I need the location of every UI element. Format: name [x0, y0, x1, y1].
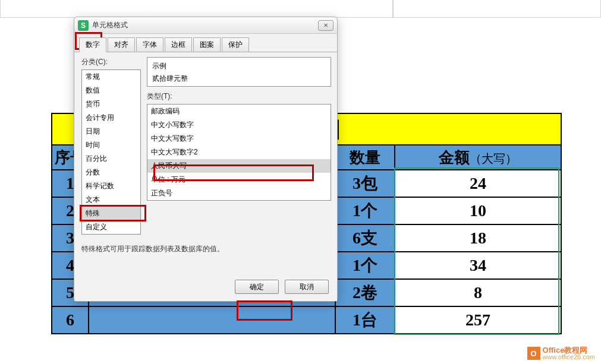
- cell-amt[interactable]: 10: [395, 197, 561, 224]
- category-item[interactable]: 自定义: [82, 220, 140, 234]
- category-item-special[interactable]: 特殊: [82, 207, 140, 220]
- type-item[interactable]: 中文小写数字: [147, 118, 331, 132]
- category-item[interactable]: 数值: [82, 84, 140, 97]
- app-icon: S: [78, 20, 89, 31]
- category-item[interactable]: 科学记数: [82, 179, 140, 193]
- cell-qty[interactable]: 1个: [335, 197, 395, 224]
- tab-protect[interactable]: 保护: [222, 37, 249, 52]
- cell-qty[interactable]: 6支: [335, 224, 395, 252]
- cell-amt[interactable]: 18: [395, 224, 561, 252]
- category-item[interactable]: 文本: [82, 193, 140, 207]
- cell-qty[interactable]: 3包: [335, 170, 395, 197]
- cell-amt[interactable]: 8: [395, 279, 561, 306]
- cell-hidden[interactable]: [89, 306, 335, 334]
- tab-bar: 数字 对齐 字体 边框 图案 保护: [74, 34, 337, 52]
- cell-amt[interactable]: 34: [395, 252, 561, 279]
- cell-amt[interactable]: 257: [395, 306, 561, 334]
- category-label: 分类(C):: [81, 57, 141, 67]
- tab-pattern[interactable]: 图案: [193, 37, 221, 52]
- example-value: 贰拾肆元整: [152, 74, 326, 84]
- type-item[interactable]: 邮政编码: [147, 105, 331, 118]
- tab-content: 分类(C): 常规 数值 货币 会计专用 日期 时间 百分比 分数 科学记数 文…: [74, 52, 337, 301]
- header-amt: 金额（大写）: [395, 145, 561, 170]
- category-item[interactable]: 时间: [82, 138, 140, 152]
- cell-idx[interactable]: 6: [52, 306, 89, 334]
- cancel-button[interactable]: 取消: [285, 280, 329, 294]
- type-list[interactable]: 邮政编码 中文小写数字 中文大写数字 中文大写数字2 人民币大写 单位 : 万元…: [147, 104, 331, 201]
- category-list[interactable]: 常规 数值 货币 会计专用 日期 时间 百分比 分数 科学记数 文本 特殊 自定…: [81, 69, 141, 235]
- category-item[interactable]: 货币: [82, 97, 140, 111]
- cell-qty[interactable]: 1台: [335, 306, 395, 334]
- example-box: 示例 贰拾肆元整: [147, 57, 331, 87]
- close-button[interactable]: ✕: [318, 20, 333, 31]
- category-item[interactable]: 会计专用: [82, 111, 140, 125]
- category-item[interactable]: 百分比: [82, 152, 140, 166]
- category-item[interactable]: 日期: [82, 125, 140, 138]
- type-item[interactable]: 正负号: [147, 186, 331, 200]
- category-item[interactable]: 分数: [82, 166, 140, 179]
- cell-qty[interactable]: 2卷: [335, 279, 395, 306]
- dialog-titlebar[interactable]: S 单元格格式 ✕: [74, 17, 337, 34]
- category-item[interactable]: 常规: [82, 70, 140, 84]
- tab-border[interactable]: 边框: [165, 37, 192, 52]
- cell-amt[interactable]: 24: [395, 170, 561, 197]
- cell-qty[interactable]: 1个: [335, 252, 395, 279]
- ok-button[interactable]: 确定: [235, 280, 279, 294]
- watermark: O Office教程网 www.office26.com: [527, 346, 595, 360]
- type-label: 类型(T):: [147, 91, 331, 102]
- type-item[interactable]: 单位 : 万元: [147, 173, 331, 186]
- hint-text: 特殊格式可用于跟踪数据列表及数据库的值。: [81, 244, 331, 254]
- tab-font[interactable]: 字体: [136, 37, 163, 52]
- header-qty: 数量: [335, 145, 395, 170]
- tab-align[interactable]: 对齐: [108, 37, 135, 52]
- type-item[interactable]: 中文大写数字: [147, 132, 331, 145]
- dialog-title: 单元格格式: [92, 20, 318, 30]
- example-label: 示例: [152, 61, 326, 71]
- watermark-url: www.office26.com: [543, 354, 595, 360]
- watermark-icon: O: [527, 347, 540, 360]
- type-item-rmb[interactable]: 人民币大写: [147, 159, 331, 173]
- cell-format-dialog: S 单元格格式 ✕ 数字 对齐 字体 边框 图案 保护 分类(C): 常规 数值…: [74, 17, 338, 302]
- type-item[interactable]: 中文大写数字2: [147, 145, 331, 159]
- tab-number[interactable]: 数字: [79, 37, 106, 52]
